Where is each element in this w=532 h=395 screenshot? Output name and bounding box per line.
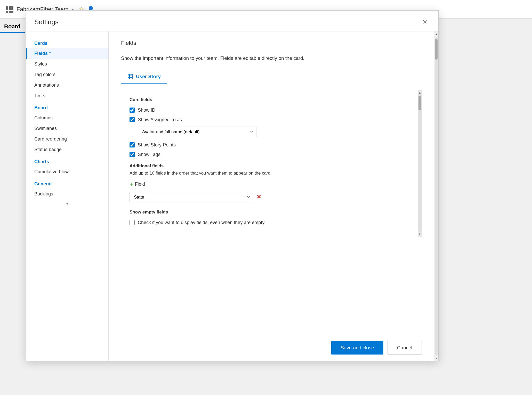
assigned-to-dropdown[interactable]: Avatar and full name (default) Avatar on… xyxy=(138,127,256,137)
inner-scroll-thumb xyxy=(418,96,421,110)
book-icon xyxy=(127,73,133,80)
field-row: State Title Priority ✕ xyxy=(130,192,408,202)
modal-content: Fields Show the important information to… xyxy=(109,31,434,361)
cancel-button[interactable]: Cancel xyxy=(388,341,422,355)
content-section-title: Fields xyxy=(121,40,422,48)
modal-right-scrollbar: ▲ ▼ xyxy=(434,31,438,361)
sidebar-item-swimlanes[interactable]: Swimlanes xyxy=(26,123,108,134)
sidebar-item-cumulative-flow[interactable]: Cumulative Flow xyxy=(26,167,108,177)
additional-fields-section: Additional fields Add up to 10 fields in… xyxy=(130,163,408,202)
sidebar-item-status-badge[interactable]: Status badge xyxy=(26,144,108,155)
svg-rect-0 xyxy=(128,74,133,79)
core-fields-label: Core fields xyxy=(130,97,408,102)
show-tags-label: Show Tags xyxy=(138,152,160,157)
sidebar-item-backlogs[interactable]: Backlogs xyxy=(26,189,108,199)
sidebar-board-header: Board xyxy=(26,101,108,113)
show-empty-section: Show empty fields Check if you want to d… xyxy=(130,210,408,225)
sidebar-item-card-reordering[interactable]: Card reordering xyxy=(26,134,108,144)
modal-header: Settings ✕ xyxy=(26,11,438,31)
show-empty-desc: Check if you want to display fields, eve… xyxy=(138,220,265,225)
sidebar-item-columns[interactable]: Columns xyxy=(26,113,108,123)
fields-box: ▲ ▼ Core fields Show ID xyxy=(121,90,422,237)
show-id-label: Show ID xyxy=(138,108,155,113)
sidebar-general-header: General xyxy=(26,177,108,189)
sidebar-cards-header: Cards xyxy=(26,37,108,48)
inner-scrollbar: ▲ ▼ xyxy=(418,90,422,237)
show-story-points-checkbox[interactable] xyxy=(130,142,135,147)
show-empty-checkbox[interactable] xyxy=(130,220,135,225)
scrollbar-track xyxy=(435,37,438,355)
user-story-tab-label: User Story xyxy=(136,74,161,79)
show-empty-row: Check if you want to display fields, eve… xyxy=(130,220,408,225)
add-field-label: Field xyxy=(135,182,145,187)
content-scroll-area: Fields Show the important information to… xyxy=(109,31,434,335)
sidebar-item-tag-colors[interactable]: Tag colors xyxy=(26,69,108,80)
sidebar-item-annotations[interactable]: Annotations xyxy=(26,80,108,90)
assigned-dropdown-row: Avatar and full name (default) Avatar on… xyxy=(138,127,408,137)
app-grid-icon xyxy=(6,6,13,13)
scrollbar-thumb xyxy=(435,39,438,60)
inner-scroll-down-arrow[interactable]: ▼ xyxy=(418,232,422,237)
modal-body: Cards Fields * Styles Tag colors Annotat… xyxy=(26,31,438,361)
sidebar-charts-header: Charts xyxy=(26,155,108,167)
show-id-row: Show ID xyxy=(130,108,408,113)
field-state-dropdown[interactable]: State Title Priority xyxy=(130,192,253,202)
modal-close-button[interactable]: ✕ xyxy=(420,17,430,27)
sidebar-item-tests[interactable]: Tests xyxy=(26,90,108,101)
remove-icon: ✕ xyxy=(256,194,261,200)
additional-fields-desc: Add up to 10 fields in the order that yo… xyxy=(130,171,408,176)
inner-scroll-track xyxy=(418,95,422,232)
remove-field-button[interactable]: ✕ xyxy=(256,194,261,200)
show-assigned-row: Show Assigned To as: xyxy=(130,117,408,122)
show-story-points-row: Show Story Points xyxy=(130,142,408,148)
show-assigned-label: Show Assigned To as: xyxy=(138,117,183,122)
show-story-points-label: Show Story Points xyxy=(138,142,176,148)
save-and-close-button[interactable]: Save and close xyxy=(331,341,383,355)
content-description: Show the important information to your t… xyxy=(121,55,422,62)
show-tags-row: Show Tags xyxy=(130,152,408,157)
show-assigned-checkbox[interactable] xyxy=(130,117,135,122)
sidebar-scroll-indicator: ▼ xyxy=(26,199,108,208)
board-label: Board xyxy=(0,19,25,33)
show-tags-checkbox[interactable] xyxy=(130,152,135,157)
sidebar-item-styles[interactable]: Styles xyxy=(26,59,108,69)
sidebar-item-fields[interactable]: Fields * xyxy=(26,48,108,59)
modal-title: Settings xyxy=(34,18,59,26)
user-story-tab[interactable]: User Story xyxy=(121,70,167,84)
settings-modal: Settings ✕ Cards Fields * Styles Tag col… xyxy=(26,10,439,361)
plus-icon: + xyxy=(130,181,133,188)
fields-inner-content: Core fields Show ID Show Assigned To as:… xyxy=(130,97,413,225)
additional-fields-title: Additional fields xyxy=(130,163,408,169)
sidebar: Cards Fields * Styles Tag colors Annotat… xyxy=(26,31,109,361)
show-id-checkbox[interactable] xyxy=(130,108,135,113)
tab-area: User Story xyxy=(121,70,422,84)
add-field-button[interactable]: + Field xyxy=(130,181,145,188)
scroll-up-arrow[interactable]: ▲ xyxy=(434,31,438,36)
show-empty-label: Show empty fields xyxy=(130,210,408,215)
inner-scroll-up-arrow[interactable]: ▲ xyxy=(418,90,422,95)
scroll-down-arrow[interactable]: ▼ xyxy=(434,356,438,361)
modal-footer: Save and close Cancel xyxy=(109,335,434,361)
